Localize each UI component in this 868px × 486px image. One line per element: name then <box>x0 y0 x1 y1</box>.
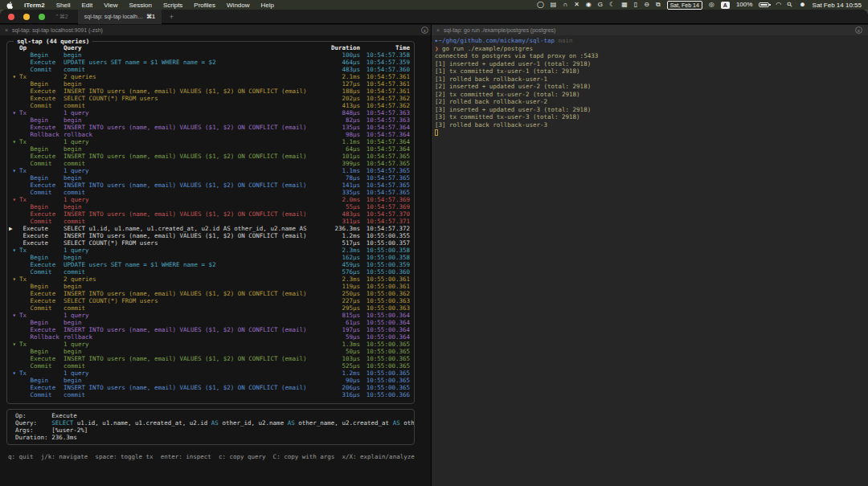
menu-item-iterm2[interactable]: iTerm2 <box>18 2 51 9</box>
query-row[interactable]: Beginbegin64µs10:54:57.364 <box>9 145 410 153</box>
query-row[interactable]: Commitcommit311µs10:54:57.371 <box>9 218 410 225</box>
left-terminal-pane[interactable]: × sql-tap: sql-tap localhost:9091 (-zsh)… <box>0 25 432 486</box>
query-row[interactable]: ▾Tx2 queries2.3ms10:55:00.361 <box>9 276 410 283</box>
menu-item-view[interactable]: View <box>98 2 123 9</box>
query-row[interactable]: Beginbegin50µs10:55:00.365 <box>9 348 410 355</box>
query-row[interactable]: ExecuteSELECT COUNT(*) FROM users227µs10… <box>9 297 410 304</box>
query-row[interactable]: Commitcommit483µs10:54:57.360 <box>9 66 410 73</box>
query-row[interactable]: Commitcommit335µs10:54:57.365 <box>9 189 410 196</box>
query-row[interactable]: ExecuteINSERT INTO users (name, email) V… <box>9 384 410 391</box>
query-row[interactable]: ExecuteUPDATE users SET name = $1 WHERE … <box>9 261 410 268</box>
cell-time: 10:54:57.361 <box>360 88 410 95</box>
x-icon[interactable]: ✕ <box>574 1 579 9</box>
query-row[interactable]: ExecuteINSERT INTO users (name, email) V… <box>9 182 410 189</box>
g-icon[interactable]: G <box>598 1 603 9</box>
window-icon[interactable]: ▤ <box>551 1 557 9</box>
terminal-line: [1] inserted + updated user-1 (total: 29… <box>435 60 865 68</box>
query-row[interactable]: ▾Tx1 query1.2ms10:55:00.365 <box>9 370 410 377</box>
record-icon[interactable]: ◎ <box>709 1 714 9</box>
tab-sql-tap[interactable]: sql-tap: sql-tap localh… ⌘1 <box>78 10 162 24</box>
query-row[interactable]: ▾Tx1 query848µs10:54:57.363 <box>9 109 410 116</box>
right-terminal-pane[interactable]: × sql-tap: go run ./example/postgres (po… <box>432 25 868 486</box>
query-row[interactable]: Beginbegin78µs10:54:57.365 <box>9 174 410 182</box>
query-row[interactable]: Commitcommit525µs10:55:00.365 <box>9 362 410 370</box>
query-row[interactable]: ExecuteINSERT INTO users (name, email) V… <box>9 290 410 297</box>
query-row[interactable]: Beginbegin61µs10:55:00.364 <box>9 319 410 326</box>
query-row[interactable]: ▾Tx1 query1.1ms10:54:57.364 <box>9 138 410 145</box>
new-tab-button[interactable]: + <box>170 13 174 21</box>
input-source-badge[interactable]: A <box>721 2 730 9</box>
query-row[interactable]: Commitcommit316µs10:55:00.366 <box>9 391 410 398</box>
apple-menu-icon[interactable] <box>6 1 14 9</box>
session-menu-icon[interactable]: ≡ <box>421 27 428 34</box>
query-row[interactable]: Beginbegin127µs10:54:57.361 <box>9 80 410 88</box>
clipboard-icon[interactable]: ▯ <box>634 1 637 9</box>
query-row[interactable]: Commitcommit399µs10:54:57.365 <box>9 160 410 167</box>
query-row-selected[interactable]: ▶ ExecuteSELECT u1.id, u1.name, u1.creat… <box>9 225 410 232</box>
minimize-window-button[interactable] <box>23 14 30 20</box>
dnd-icon[interactable]: ⊖ <box>644 1 649 9</box>
query-row[interactable]: ExecuteUPDATE users SET name = $1 WHERE … <box>9 59 410 66</box>
query-row[interactable]: Beginbegin90µs10:55:00.365 <box>9 377 410 384</box>
cell-dur: 250µs <box>310 290 360 297</box>
menu-item-shell[interactable]: Shell <box>51 2 76 9</box>
query-row[interactable]: ExecuteINSERT INTO users (name, email) V… <box>9 326 410 333</box>
text-segment: othe <box>400 419 414 427</box>
query-row[interactable]: Commitcommit576µs10:55:00.360 <box>9 268 410 276</box>
query-row[interactable]: ExecuteINSERT INTO users (name, email) V… <box>9 210 410 218</box>
query-row[interactable]: Rollbackrollback59µs10:55:00.364 <box>9 333 410 341</box>
battery-icon[interactable] <box>759 2 769 7</box>
menu-item-scripts[interactable]: Scripts <box>158 2 188 9</box>
camera-icon[interactable]: ◉ <box>586 1 592 9</box>
query-row[interactable]: Beginbegin162µs10:55:00.358 <box>9 254 410 261</box>
query-row[interactable]: ExecuteINSERT INTO users (name, email) V… <box>9 88 410 95</box>
query-row[interactable]: ExecuteINSERT INTO users (name, email) V… <box>9 232 410 239</box>
cell-dur: 335µs <box>310 189 360 196</box>
link-icon[interactable]: ⧉ <box>656 1 661 9</box>
query-row[interactable]: Commitcommit295µs10:55:00.363 <box>9 304 410 312</box>
query-detail-box: Op: ExecuteQuery: SELECT u1.id, u1.name,… <box>6 409 415 445</box>
query-row[interactable]: ExecuteSELECT COUNT(*) FROM users202µs10… <box>9 95 410 102</box>
query-row[interactable]: Beginbegin100µs10:54:57.358 <box>9 51 410 59</box>
menu-item-profiles[interactable]: Profiles <box>188 2 221 9</box>
close-window-button[interactable] <box>8 14 14 20</box>
cell-dur: 848µs <box>310 109 360 116</box>
cell-query: commit <box>63 391 310 398</box>
search-icon[interactable]: ⚲ <box>786 0 795 9</box>
query-row[interactable]: ▾Tx2 queries2.1ms10:54:57.361 <box>9 73 410 80</box>
zoom-window-button[interactable] <box>39 14 45 20</box>
menu-item-window[interactable]: Window <box>221 2 255 9</box>
circle-icon[interactable]: ◯ <box>537 1 544 9</box>
menu-item-session[interactable]: Session <box>123 2 157 9</box>
query-row[interactable]: ExecuteSELECT COUNT(*) FROM users517µs10… <box>9 239 410 247</box>
query-row[interactable]: ▾Tx1 query2.3ms10:55:00.358 <box>9 247 410 254</box>
moon-icon[interactable]: ☾ <box>609 1 615 9</box>
query-row[interactable]: ▾Tx1 query2.0ms10:54:57.369 <box>9 196 410 203</box>
menu-item-edit[interactable]: Edit <box>76 2 98 9</box>
user-switch-icon[interactable]: ☻ <box>799 1 805 9</box>
close-pane-icon[interactable]: × <box>5 27 8 33</box>
query-row[interactable]: ▾Tx1 query815µs10:55:00.364 <box>9 312 410 319</box>
close-pane-icon[interactable]: × <box>436 27 440 33</box>
query-row[interactable]: Beginbegin55µs10:54:57.369 <box>9 203 410 210</box>
query-row[interactable]: ▾Tx1 query1.1ms10:54:57.365 <box>9 167 410 174</box>
magnet-icon[interactable]: ∩ <box>563 1 567 9</box>
query-row[interactable]: Commitcommit413µs10:54:57.362 <box>9 102 410 109</box>
session-menu-icon[interactable]: ≡ <box>855 27 862 34</box>
menu-clock[interactable]: Sat Feb 14 10:55 <box>813 2 862 9</box>
cell-marker <box>9 203 19 210</box>
query-row[interactable]: ExecuteINSERT INTO users (name, email) V… <box>9 124 410 131</box>
query-row[interactable]: ExecuteINSERT INTO users (name, email) V… <box>9 153 410 160</box>
wifi-icon[interactable]: ◠ <box>776 1 781 9</box>
cell-op: Begin <box>19 283 63 290</box>
query-row[interactable]: ▾Tx1 query1.3ms10:55:00.365 <box>9 341 410 348</box>
cell-marker <box>9 160 19 167</box>
query-row[interactable]: ExecuteINSERT INTO users (name, email) V… <box>9 355 410 362</box>
date-badge[interactable]: Sat, Feb 14 <box>667 1 702 10</box>
query-row[interactable]: Beginbegin82µs10:54:57.363 <box>9 116 410 124</box>
cell-time: 10:54:57.363 <box>360 116 410 124</box>
query-row[interactable]: Beginbegin119µs10:55:00.361 <box>9 283 410 290</box>
grid-icon[interactable]: ▦ <box>621 1 628 9</box>
query-row[interactable]: Rollbackrollback98µs10:54:57.364 <box>9 131 410 138</box>
menu-item-help[interactable]: Help <box>256 2 280 9</box>
